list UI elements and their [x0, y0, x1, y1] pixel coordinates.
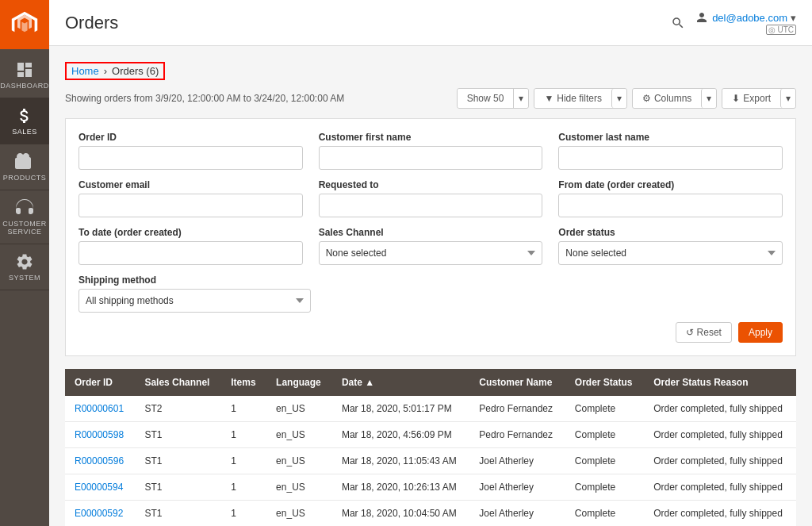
- order-id-link[interactable]: E00000592: [75, 508, 123, 519]
- from-date-input[interactable]: [558, 194, 783, 217]
- filters-dropdown[interactable]: ▾: [611, 89, 626, 108]
- cell-date: Mar 18, 2020, 10:04:50 AM: [332, 501, 469, 527]
- from-date-label: From date (order created): [558, 179, 783, 190]
- cell-sales-channel: ST1: [135, 474, 221, 501]
- header-right: del@adobe.com ▾ ◎ UTC: [671, 10, 796, 35]
- filter-customer-first-name: Customer first name: [319, 132, 543, 170]
- table-row: R00000598 ST1 1 en_US Mar 18, 2020, 4:56…: [65, 422, 796, 448]
- magento-logo[interactable]: [0, 0, 49, 49]
- sales-channel-select[interactable]: None selected ST1 ST2: [319, 241, 543, 265]
- sidebar-item-customer-service[interactable]: Customer Service: [0, 190, 49, 244]
- reset-icon: ↺: [686, 327, 694, 338]
- user-icon: [695, 10, 709, 25]
- cell-items: 1: [221, 448, 266, 474]
- sidebar-item-dashboard[interactable]: Dashboard: [0, 52, 49, 98]
- cell-order-status: Complete: [565, 448, 644, 474]
- reset-button[interactable]: ↺ Reset: [676, 322, 732, 343]
- customer-email-input[interactable]: [79, 194, 303, 217]
- sidebar-item-dashboard-label: Dashboard: [0, 82, 49, 90]
- shipping-method-label: Shipping method: [79, 275, 311, 286]
- filter-order-status: Order status None selected Complete Pend…: [558, 227, 783, 265]
- cell-language: en_US: [266, 501, 332, 527]
- cell-items: 1: [221, 501, 266, 527]
- col-language: Language: [266, 369, 332, 396]
- filter-shipping-method: Shipping method All shipping methods Fla…: [79, 275, 311, 313]
- show-50-button[interactable]: Show 50: [458, 89, 514, 108]
- cell-date: Mar 18, 2020, 4:56:09 PM: [332, 422, 469, 448]
- col-date[interactable]: Date ▲: [332, 369, 469, 396]
- showing-text: Showing orders from 3/9/20, 12:00:00 AM …: [65, 93, 344, 104]
- apply-button[interactable]: Apply: [738, 322, 783, 343]
- user-email[interactable]: del@adobe.com: [712, 12, 787, 24]
- cell-language: en_US: [266, 474, 332, 501]
- cell-date: Mar 18, 2020, 5:01:17 PM: [332, 396, 469, 422]
- cell-order-status-reason: Order completed, fully shipped: [644, 396, 796, 422]
- table-body: R00000601 ST2 1 en_US Mar 18, 2020, 5:01…: [65, 396, 796, 526]
- col-customer-name: Customer Name: [469, 369, 565, 396]
- order-id-input[interactable]: [79, 146, 303, 170]
- toolbar-right: Show 50 ▾ ▼ Hide filters ▾ ⚙ Columns ▾: [457, 88, 796, 109]
- sidebar-item-customer-service-label: Customer Service: [2, 220, 46, 236]
- export-dropdown[interactable]: ▾: [780, 89, 795, 108]
- columns-button[interactable]: ⚙ Columns: [633, 89, 701, 108]
- main-content: Orders del@adobe.com ▾ ◎ UTC: [49, 0, 812, 526]
- cell-date: Mar 18, 2020, 11:05:43 AM: [332, 448, 469, 474]
- table-row: R00000596 ST1 1 en_US Mar 18, 2020, 11:0…: [65, 448, 796, 474]
- timezone: ◎ UTC: [766, 25, 796, 35]
- sidebar-item-system-label: System: [9, 274, 40, 282]
- hide-filters-button[interactable]: ▼ Hide filters: [534, 89, 611, 108]
- order-id-link[interactable]: E00000594: [75, 482, 123, 493]
- user-info: del@adobe.com ▾ ◎ UTC: [695, 10, 796, 35]
- orders-table: Order ID Sales Channel Items Language Da…: [65, 369, 796, 526]
- cell-language: en_US: [266, 396, 332, 422]
- filter-shipping-method-row: Shipping method All shipping methods Fla…: [79, 275, 783, 313]
- table-row: E00000594 ST1 1 en_US Mar 18, 2020, 10:2…: [65, 474, 796, 501]
- customer-first-name-input[interactable]: [319, 146, 543, 170]
- filter-customer-email: Customer email: [79, 179, 303, 217]
- sidebar-item-sales[interactable]: Sales: [0, 98, 49, 144]
- filter-panel: Order ID Customer first name Customer la…: [65, 118, 796, 356]
- cell-language: en_US: [266, 448, 332, 474]
- cell-order-status-reason: Order completed, fully shipped: [644, 474, 796, 501]
- cell-order-status-reason: Order completed, fully shipped: [644, 422, 796, 448]
- cell-order-id: E00000594: [65, 474, 135, 501]
- breadcrumb-current: Orders (6): [112, 65, 159, 77]
- cell-customer-name: Joel Atherley: [469, 448, 565, 474]
- export-button[interactable]: ⬇ Export: [722, 89, 780, 108]
- to-date-input[interactable]: [79, 241, 303, 265]
- sales-icon: [15, 106, 34, 125]
- sidebar-item-products[interactable]: Products: [0, 144, 49, 190]
- cell-customer-name: Joel Atherley: [469, 501, 565, 527]
- user-dropdown-arrow[interactable]: ▾: [791, 12, 796, 24]
- order-status-select[interactable]: None selected Complete Pending: [558, 241, 783, 265]
- order-id-link[interactable]: R00000598: [75, 429, 124, 440]
- customer-email-label: Customer email: [79, 179, 303, 190]
- columns-dropdown[interactable]: ▾: [701, 89, 716, 108]
- col-items: Items: [221, 369, 266, 396]
- breadcrumb-home[interactable]: Home: [71, 65, 99, 77]
- cell-date: Mar 18, 2020, 10:26:13 AM: [332, 474, 469, 501]
- sidebar-item-system[interactable]: System: [0, 244, 49, 290]
- cell-order-id: R00000596: [65, 448, 135, 474]
- customer-last-name-input[interactable]: [558, 146, 783, 170]
- dashboard-icon: [15, 60, 34, 79]
- table-row: R00000601 ST2 1 en_US Mar 18, 2020, 5:01…: [65, 396, 796, 422]
- order-id-link[interactable]: R00000601: [75, 403, 124, 414]
- sidebar-item-sales-label: Sales: [12, 128, 37, 136]
- col-order-status-reason: Order Status Reason: [644, 369, 796, 396]
- requested-to-input[interactable]: [319, 194, 543, 217]
- cell-order-status-reason: Order completed, fully shipped: [644, 448, 796, 474]
- sidebar-item-products-label: Products: [3, 174, 47, 182]
- customer-first-name-label: Customer first name: [319, 132, 543, 143]
- sales-channel-label: Sales Channel: [319, 227, 543, 238]
- timezone-badge: ◎ UTC: [766, 25, 796, 35]
- cell-order-status: Complete: [565, 501, 644, 527]
- cell-order-id: E00000592: [65, 501, 135, 527]
- order-id-link[interactable]: R00000596: [75, 455, 124, 466]
- shipping-method-select[interactable]: All shipping methods Flat Rate Free Ship…: [79, 289, 311, 313]
- page-title: Orders: [65, 13, 118, 33]
- search-icon[interactable]: [671, 16, 685, 30]
- table-header: Order ID Sales Channel Items Language Da…: [65, 369, 796, 396]
- top-header: Orders del@adobe.com ▾ ◎ UTC: [49, 0, 812, 46]
- show-50-dropdown[interactable]: ▾: [513, 89, 528, 108]
